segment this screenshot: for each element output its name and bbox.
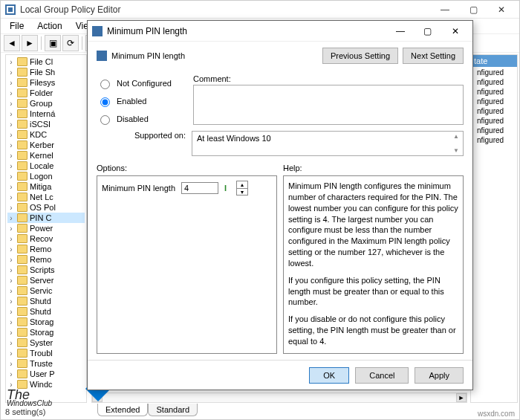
tree-item[interactable]: ›Folder bbox=[7, 88, 85, 98]
tree-item[interactable]: ›Storag bbox=[7, 327, 85, 337]
state-row[interactable]: nfigured bbox=[474, 116, 514, 126]
menu-action[interactable]: Action bbox=[31, 19, 68, 33]
expand-icon[interactable]: › bbox=[7, 110, 15, 118]
state-row[interactable]: nfigured bbox=[474, 87, 514, 97]
expand-icon[interactable]: › bbox=[7, 162, 15, 170]
radio-enabled[interactable]: Enabled bbox=[97, 95, 186, 107]
expand-icon[interactable]: › bbox=[7, 193, 15, 201]
tab-extended[interactable]: Extended bbox=[97, 404, 148, 416]
expand-icon[interactable]: › bbox=[7, 339, 15, 347]
expand-icon[interactable]: › bbox=[7, 370, 15, 378]
pin-length-input[interactable] bbox=[181, 182, 218, 194]
tree-item[interactable]: ›PIN C bbox=[7, 213, 85, 223]
spinner-down-icon[interactable]: ▼ bbox=[237, 189, 247, 196]
scroll-left-icon[interactable]: ◄ bbox=[92, 393, 103, 402]
tree-item[interactable]: ›Power bbox=[7, 223, 85, 233]
state-row[interactable]: nfigured bbox=[474, 135, 514, 145]
state-row[interactable]: nfigured bbox=[474, 126, 514, 135]
expand-icon[interactable]: › bbox=[7, 235, 15, 243]
expand-icon[interactable]: › bbox=[7, 79, 15, 87]
dialog-close-button[interactable]: ✕ bbox=[443, 22, 468, 40]
tree-item[interactable]: ›Shutd bbox=[7, 296, 85, 306]
apply-button[interactable]: Apply bbox=[415, 367, 464, 384]
tree-item[interactable]: ›iSCSI bbox=[7, 119, 85, 129]
spinner-up-icon[interactable]: ▲ bbox=[237, 181, 247, 189]
refresh-button[interactable]: ⟳ bbox=[62, 35, 79, 51]
tree-item[interactable]: ›Windc bbox=[7, 379, 85, 390]
tree-item[interactable]: ›KDC bbox=[7, 129, 85, 140]
next-setting-button[interactable]: Next Setting bbox=[403, 48, 464, 64]
tree-item[interactable]: ›Filesys bbox=[7, 77, 85, 88]
close-button[interactable]: ✕ bbox=[488, 1, 515, 18]
radio-not-configured[interactable]: Not Configured bbox=[97, 77, 186, 89]
expand-icon[interactable]: › bbox=[7, 100, 15, 108]
tree-item[interactable]: ›Remo bbox=[7, 254, 85, 265]
scroll-track[interactable] bbox=[103, 393, 456, 402]
expand-icon[interactable]: › bbox=[7, 183, 15, 191]
ok-button[interactable]: OK bbox=[309, 367, 349, 384]
tab-standard[interactable]: Standard bbox=[148, 404, 198, 416]
expand-icon[interactable]: › bbox=[7, 287, 15, 295]
horizontal-scrollbar[interactable]: ◄ ► bbox=[91, 392, 467, 403]
cancel-button[interactable]: Cancel bbox=[355, 367, 409, 384]
expand-icon[interactable]: › bbox=[7, 329, 15, 337]
radio-disabled[interactable]: Disabled bbox=[97, 113, 186, 125]
expand-icon[interactable]: › bbox=[7, 152, 15, 160]
minimize-button[interactable]: — bbox=[432, 1, 458, 18]
tree-item[interactable]: ›Recov bbox=[7, 233, 85, 244]
tree-item[interactable]: ›Syster bbox=[7, 337, 85, 348]
expand-icon[interactable]: › bbox=[7, 381, 15, 389]
tree-item[interactable]: ›File Cl bbox=[7, 56, 85, 67]
expand-icon[interactable]: › bbox=[7, 318, 15, 326]
state-row[interactable]: nfigured bbox=[474, 77, 514, 87]
expand-icon[interactable]: › bbox=[7, 131, 15, 139]
tree-item[interactable]: ›OS Pol bbox=[7, 202, 85, 213]
comment-textarea[interactable] bbox=[193, 85, 464, 125]
expand-icon[interactable]: › bbox=[7, 141, 15, 149]
dialog-maximize-button[interactable]: ▢ bbox=[415, 22, 441, 40]
state-row[interactable]: nfigured bbox=[474, 97, 514, 106]
tree-item[interactable]: ›Logon bbox=[7, 171, 85, 181]
expand-icon[interactable]: › bbox=[7, 68, 15, 77]
tree-item[interactable]: ›Remo bbox=[7, 244, 85, 254]
tree-item[interactable]: ›Interná bbox=[7, 109, 85, 119]
tree-item[interactable]: ›Kernel bbox=[7, 150, 85, 161]
tree-item[interactable]: ›Truste bbox=[7, 358, 85, 369]
tree-item[interactable]: ›Servic bbox=[7, 285, 85, 296]
scroll-right-icon[interactable]: ► bbox=[456, 393, 467, 402]
state-row[interactable]: nfigured bbox=[474, 68, 514, 77]
tree-item[interactable]: ›Mitiga bbox=[7, 181, 85, 192]
expand-icon[interactable]: › bbox=[7, 277, 15, 285]
expand-icon[interactable]: › bbox=[7, 245, 15, 253]
tree-item[interactable]: ›Group bbox=[7, 98, 85, 109]
expand-icon[interactable]: › bbox=[7, 256, 15, 264]
previous-setting-button[interactable]: Previous Setting bbox=[322, 48, 398, 64]
expand-icon[interactable]: › bbox=[7, 214, 15, 222]
maximize-button[interactable]: ▢ bbox=[460, 1, 487, 18]
expand-icon[interactable]: › bbox=[7, 89, 15, 97]
tree-item[interactable]: ›Server bbox=[7, 275, 85, 285]
tree-item[interactable]: ›Troubl bbox=[7, 348, 85, 358]
expand-icon[interactable]: › bbox=[7, 204, 15, 212]
tree-pane[interactable]: ›File Cl›File Sh›Filesys›Folder›Group›In… bbox=[5, 54, 87, 403]
tree-item[interactable]: ›User P bbox=[7, 369, 85, 379]
dialog-minimize-button[interactable]: — bbox=[388, 22, 413, 40]
expand-icon[interactable]: › bbox=[7, 360, 15, 368]
up-button[interactable]: ▣ bbox=[45, 35, 61, 51]
spinner[interactable]: ▲ ▼ bbox=[236, 181, 248, 196]
tree-item[interactable]: ›Net Lc bbox=[7, 192, 85, 202]
expand-icon[interactable]: › bbox=[7, 224, 15, 233]
tree-item[interactable]: ›Kerber bbox=[7, 140, 85, 150]
expand-icon[interactable]: › bbox=[7, 120, 15, 129]
tree-item[interactable]: ›Shutd bbox=[7, 306, 85, 317]
expand-icon[interactable]: › bbox=[7, 58, 15, 66]
expand-icon[interactable]: › bbox=[7, 297, 15, 306]
tree-item[interactable]: ›Storag bbox=[7, 317, 85, 327]
menu-file[interactable]: File bbox=[4, 19, 30, 33]
expand-icon[interactable]: › bbox=[7, 266, 15, 274]
expand-icon[interactable]: › bbox=[7, 349, 15, 358]
forward-button[interactable]: ► bbox=[22, 35, 38, 51]
expand-icon[interactable]: › bbox=[7, 308, 15, 316]
tree-item[interactable]: ›Scripts bbox=[7, 265, 85, 275]
expand-icon[interactable]: › bbox=[7, 172, 15, 181]
